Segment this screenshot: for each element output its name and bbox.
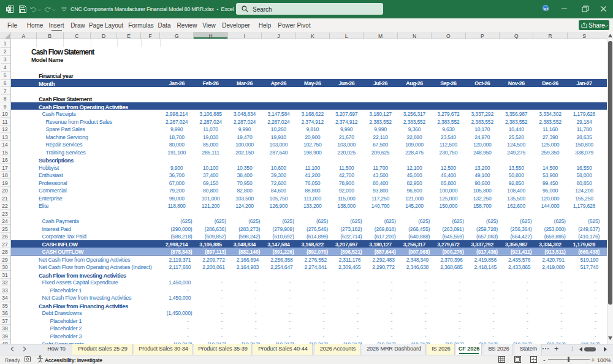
svg-text:X: X: [7, 7, 9, 11]
